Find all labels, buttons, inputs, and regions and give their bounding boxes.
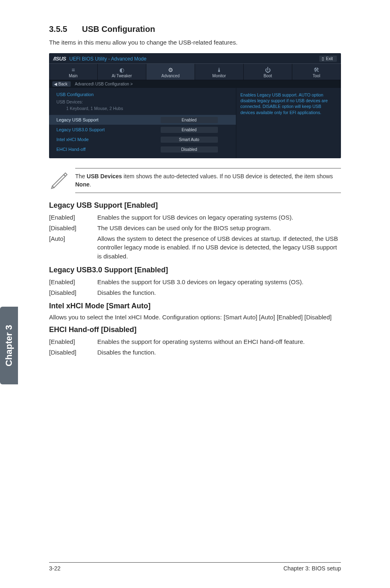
usb-devices-value: 1 Keyboard, 1 Mouse, 2 Hubs [66,106,236,111]
note-bold-1: USB Devices [87,173,122,180]
tab-tool[interactable]: 🛠 Tool [292,64,341,80]
opt-val: The USB devices can be used only for the… [97,223,341,233]
tab-boot-label: Boot [264,74,272,78]
exit-icon: ▯ [322,56,324,61]
opt-val: Allows the system to detect the presence… [97,233,341,262]
breadcrumb-path: Advanced\ USB Configuration > [75,82,132,86]
bios-titlebar: /ISUS UEFI BIOS Utility - Advanced Mode … [49,53,341,64]
table-row: [Disabled] Disables the function. [49,287,341,298]
back-label: Back [58,82,67,86]
table-row: [Disabled] Disables the function. [49,347,341,358]
row-legacy-usb[interactable]: Legacy USB Support Enabled [49,115,236,125]
bios-help-panel: Enables Legacy USB support. AUTO option … [236,88,341,158]
opt-val: Enables the support for operating system… [97,337,341,347]
tab-monitor-label: Monitor [212,74,226,78]
tool-icon: 🛠 [292,66,341,74]
opt-key: [Disabled] [49,223,97,233]
note-text: The USB Devices item shows the auto-dete… [75,168,341,193]
row-xhci-value[interactable]: Smart Auto [161,137,218,143]
exit-button[interactable]: ▯ Exit [319,56,337,62]
opts-legacy-usb: [Enabled] Enables the support for USB de… [49,212,341,262]
opt-key: [Auto] [49,233,97,262]
row-xhci[interactable]: Intel xHCI Mode Smart Auto [56,135,236,144]
row-legacy-usb-label: Legacy USB Support [56,117,161,122]
opt-key: [Disabled] [49,287,97,298]
tab-tweaker-label: Ai Tweaker [112,74,132,78]
tab-main-label: Main [69,74,78,78]
footer-chapter: Chapter 3: BIOS setup [283,565,341,572]
table-row: [Auto] Allows the system to detect the p… [49,233,341,262]
row-legacy-usb3-value[interactable]: Enabled [161,127,218,133]
opt-key: [Enabled] [49,212,97,223]
bios-title: UEFI BIOS Utility - Advanced Mode [69,56,319,62]
section-heading: 3.5.5USB Configuration [49,25,341,34]
row-legacy-usb-value[interactable]: Enabled [161,117,218,123]
chapter-side-tab: Chapter 3 [0,307,18,384]
row-ehci-value[interactable]: Disabled [161,146,218,153]
pen-icon [49,168,69,191]
heading-xhci: Intel xHCI Mode [Smart Auto] [49,302,341,310]
bios-screenshot: /ISUS UEFI BIOS Utility - Advanced Mode … [49,53,341,158]
section-title: USB Configuration [82,25,155,34]
page-number: 3-22 [49,565,61,572]
bios-topnav: ≡ Main ◐ Ai Tweaker ⚙ Advanced 🌡 Monitor… [49,64,341,80]
table-row: [Enabled] Enables the support for USB de… [49,212,341,223]
monitor-icon: 🌡 [195,66,243,74]
row-xhci-label: Intel xHCI Mode [56,137,161,142]
list-icon: ≡ [49,66,97,74]
heading-legacy-usb3: Legacy USB3.0 Support [Enabled] [49,266,341,274]
table-row: [Enabled] Enables the support for operat… [49,337,341,347]
tab-tool-label: Tool [313,74,320,78]
tab-advanced[interactable]: ⚙ Advanced [146,64,195,80]
opt-val: Enables the support for USB 3.0 devices … [97,277,341,287]
opt-val: Enables the support for USB devices on l… [97,212,341,223]
opt-key: [Enabled] [49,337,97,347]
opt-val: Disables the function. [97,347,341,358]
row-ehci-label: EHCI Hand-off [56,147,161,152]
advanced-icon: ⚙ [146,66,195,74]
opt-key: [Enabled] [49,277,97,287]
tab-ai-tweaker[interactable]: ◐ Ai Tweaker [98,64,146,80]
note-bold-2: None [75,181,90,188]
row-legacy-usb3[interactable]: Legacy USB3.0 Support Enabled [56,125,236,135]
bios-left-panel: USB Configuration USB Devices: 1 Keyboar… [49,88,236,158]
opt-val: Disables the function. [97,287,341,298]
exit-label: Exit [326,56,333,61]
page-footer: 3-22 Chapter 3: BIOS setup [49,562,341,572]
table-row: [Disabled] The USB devices can be used o… [49,223,341,233]
tab-boot[interactable]: ⏻ Boot [244,64,292,80]
usb-devices-label: USB Devices: [56,99,236,104]
bios-panel-title: USB Configuration [56,92,236,97]
heading-ehci: EHCI Hand-off [Disabled] [49,325,341,334]
bios-breadcrumb-bar: ◀ Back Advanced\ USB Configuration > [49,80,341,88]
tab-advanced-label: Advanced [161,74,179,78]
back-button[interactable]: ◀ Back [52,81,71,87]
row-legacy-usb3-label: Legacy USB3.0 Support [56,127,161,132]
section-number: 3.5.5 [49,25,67,34]
note-callout: The USB Devices item shows the auto-dete… [49,168,341,193]
tweaker-icon: ◐ [98,66,146,74]
heading-legacy-usb: Legacy USB Support [Enabled] [49,201,341,210]
table-row: [Enabled] Enables the support for USB 3.… [49,277,341,287]
row-ehci[interactable]: EHCI Hand-off Disabled [56,144,236,154]
tab-monitor[interactable]: 🌡 Monitor [195,64,244,80]
xhci-body: Allows you to select the Intel xHCI Mode… [49,313,341,321]
back-arrow-icon: ◀ [54,82,58,86]
opts-ehci: [Enabled] Enables the support for operat… [49,337,341,358]
intro-text: The items in this menu allow you to chan… [49,38,341,47]
tab-main[interactable]: ≡ Main [49,64,98,80]
power-icon: ⏻ [244,66,292,74]
opt-key: [Disabled] [49,347,97,358]
asus-logo: /ISUS [53,56,66,62]
opts-legacy-usb3: [Enabled] Enables the support for USB 3.… [49,277,341,298]
